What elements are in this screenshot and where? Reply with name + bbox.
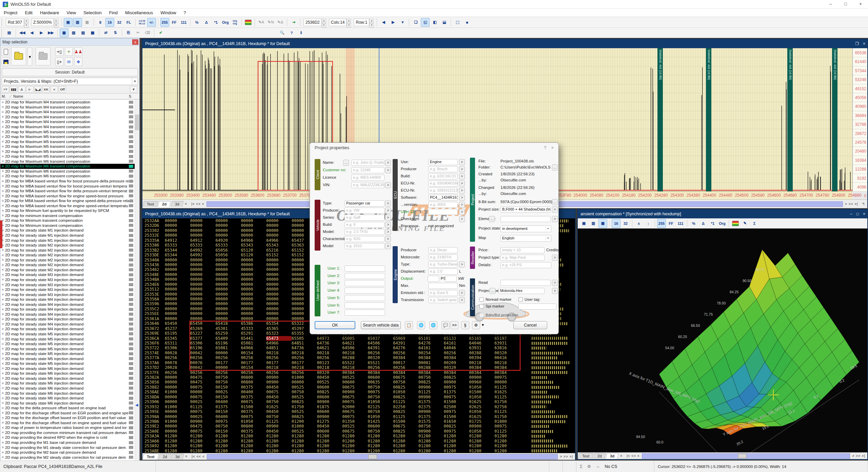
view-graph-icon[interactable]: ▥ [589, 219, 598, 228]
prev-difference-icon[interactable]: ◀ [27, 28, 36, 37]
filter-button-2[interactable]: Δ [18, 86, 25, 93]
display-percent-icon[interactable]: % [193, 18, 201, 27]
map-list-item[interactable]: ✳2D map providing the M1 steady state co… [0, 445, 139, 450]
dropdown-map[interactable]: English▼ [500, 235, 551, 242]
input-field[interactable] [344, 295, 385, 301]
map-list-item[interactable]: ✳2D map for steady state M5 injection de… [0, 341, 139, 347]
edit-percent-icon[interactable]: ✎% [267, 18, 275, 27]
save-project-icon[interactable] [2, 57, 10, 66]
hex-row[interactable]: 25377A0025600256002560025600256002560025… [142, 355, 575, 360]
map-list-item[interactable]: ✳2D map for steady state M6 injection de… [0, 371, 139, 376]
map-list-item[interactable]: ✳2D map for the delta pressure offset ba… [0, 406, 139, 411]
overview-row[interactable] [532, 449, 572, 453]
input-field[interactable] [500, 216, 551, 222]
map-list-item[interactable]: ✳2D map for Maximum M5 transient compens… [0, 144, 139, 149]
import-project-icon[interactable] [36, 47, 51, 65]
hex-row[interactable]: 2536CA6534565377654096544165473655056497… [142, 336, 575, 341]
tab-2d[interactable]: 2d [158, 201, 171, 207]
display-decimal-icon[interactable]: 255 [160, 18, 169, 27]
map-list-item[interactable]: ✳2D map for steady state M2 injection de… [0, 268, 139, 273]
map-list-item[interactable]: ✳2D map for steady state M6 injection de… [0, 366, 139, 371]
map-list-item[interactable]: ✳2D map for steady state M6 injection de… [0, 386, 139, 391]
window-tile-icon[interactable]: ◱ [421, 18, 430, 27]
expand-button[interactable]: > [459, 188, 465, 194]
edit-map-icon[interactable]: ✎ [741, 219, 749, 228]
hex-row[interactable]: 2537FE0025600256002560025600256002560032… [142, 370, 575, 375]
scroll-left-buttons[interactable]: |< << < [627, 454, 640, 458]
overview-row[interactable] [532, 355, 572, 360]
map-list-item[interactable]: ✳2D map providing the M2 steady state co… [0, 455, 139, 460]
map-list-item[interactable]: ✳2D map for the discharge offset based o… [0, 410, 139, 415]
menu-selection[interactable]: Selection [80, 9, 105, 17]
status-icon-1[interactable]: ⚙ [587, 464, 591, 469]
selection-frame-icon[interactable]: ⬚ [453, 18, 462, 27]
tab-separator-icon[interactable]: = [185, 202, 187, 206]
map-3d-titlebar[interactable]: ansient compensation * [Synchronized wit… [578, 210, 867, 218]
next-map-icon[interactable]: ▶ [389, 18, 397, 27]
color-scale-icon[interactable] [245, 20, 252, 25]
menu-?[interactable]: ? [180, 9, 190, 17]
map-list-item[interactable]: ✳2D map for Maximum M4 transient compens… [0, 119, 139, 124]
input-field[interactable] [344, 310, 385, 316]
view-hexdump-icon[interactable]: ▣ [579, 219, 588, 228]
map-list-item[interactable]: ✳2D map providing the common minimum tra… [0, 430, 139, 435]
hex-row[interactable]: 253A0E0000000075001500037500450005250060… [142, 429, 575, 434]
map-list-item[interactable]: ✳2D map for steady state M4 injection de… [0, 317, 139, 322]
input-field[interactable]: e.g. 0003 [428, 202, 458, 208]
expand-button[interactable]: > [459, 202, 465, 208]
input-field[interactable]: Engine [428, 159, 458, 165]
statistical-band[interactable]: Statistical: 4x5 (16 Bit) [787, 48, 793, 191]
filter-more-icon[interactable]: ▼ [130, 86, 137, 93]
display-percent-icon[interactable]: % [689, 219, 698, 228]
hex-row[interactable]: 25395E0000000075001500037500450005250060… [142, 409, 575, 414]
hex-row[interactable]: 2537D22002800042000000015400218002180021… [142, 365, 575, 370]
input-field[interactable]: e.g. Bosch [428, 166, 458, 172]
undo-icon[interactable]: ⌫ [143, 28, 152, 37]
window-minimize-icon[interactable]: – [850, 212, 852, 216]
hex-row[interactable]: 253A920128001280012800128001280012800128… [142, 444, 575, 448]
input-field[interactable]: e.g. Switch gear [428, 297, 458, 303]
comment-icon[interactable]: 💬 [441, 321, 450, 329]
map-list-item[interactable]: ✳2D map for steady state M2 injection de… [0, 253, 139, 258]
hex-row[interactable]: 2538820000000075001500037500450005250060… [142, 385, 575, 390]
minimize-button[interactable]: – [823, 0, 838, 8]
map-list-item[interactable]: ✳2D map for Maximum M6 transient compens… [0, 164, 139, 169]
window-cascade-icon[interactable]: ❏ [411, 18, 420, 27]
map-list-item[interactable]: ✳2D map providing the M2 base rail press… [0, 450, 139, 455]
overview-row[interactable] [532, 341, 572, 346]
map-list-item[interactable]: ✳2D map for MBA based venturi flow for d… [0, 189, 139, 194]
expand-button[interactable]: > [552, 280, 558, 286]
dropdown-projectstate[interactable]: in development▼ [500, 225, 551, 232]
view-3d-icon[interactable]: ▦ [598, 219, 607, 228]
status-icon-2[interactable]: ⇔ [596, 464, 600, 469]
overview-row[interactable] [532, 395, 572, 399]
overview-row[interactable] [532, 405, 572, 409]
expand-button[interactable]: > [459, 261, 465, 268]
ok-button[interactable]: OK [315, 321, 355, 329]
dialog-help-icon[interactable]: ? [544, 145, 546, 150]
sign-icon[interactable]: +/- [147, 18, 156, 27]
hex-row[interactable]: 25374E0002800042000000015400218002180021… [142, 351, 575, 355]
prev-map-icon[interactable]: ◀ [379, 18, 388, 27]
expand-button[interactable]: > [552, 216, 558, 222]
first-difference-icon[interactable]: ◀◀ [18, 28, 27, 37]
input-field[interactable]: e.g. R20 [344, 236, 384, 242]
input-field[interactable] [428, 276, 439, 282]
input-field[interactable]: e.g. 03G906016GN [428, 180, 458, 186]
more-button[interactable]: ... [489, 216, 495, 222]
input-field[interactable] [344, 288, 385, 294]
tab-text[interactable]: Text [142, 454, 159, 459]
map-list-item[interactable]: ✳2D map for Maximum M4 transient compens… [0, 110, 139, 115]
tab-2d[interactable]: 2d [158, 454, 171, 459]
map-list-item[interactable]: ✳2D map for steady state M5 injection de… [0, 346, 139, 351]
input-field[interactable]: e.g. Z19DTH [428, 254, 458, 260]
tab-text[interactable]: Text [142, 201, 158, 207]
display-hex-icon[interactable]: FF [667, 219, 675, 228]
input-field[interactable] [344, 280, 385, 286]
statistical-band[interactable]: Statistical: 4x5 (16 Bit) [657, 48, 663, 191]
hex-row[interactable]: 253A3A0128001280012800128001280012800128… [142, 434, 575, 438]
close-button[interactable]: × [853, 0, 868, 8]
input-field[interactable]: e.g. Turbo-Diesel [428, 261, 458, 268]
map-list-dropdown-icon[interactable]: ▾ [398, 18, 407, 27]
view-graph-icon[interactable]: ▥ [73, 18, 82, 27]
